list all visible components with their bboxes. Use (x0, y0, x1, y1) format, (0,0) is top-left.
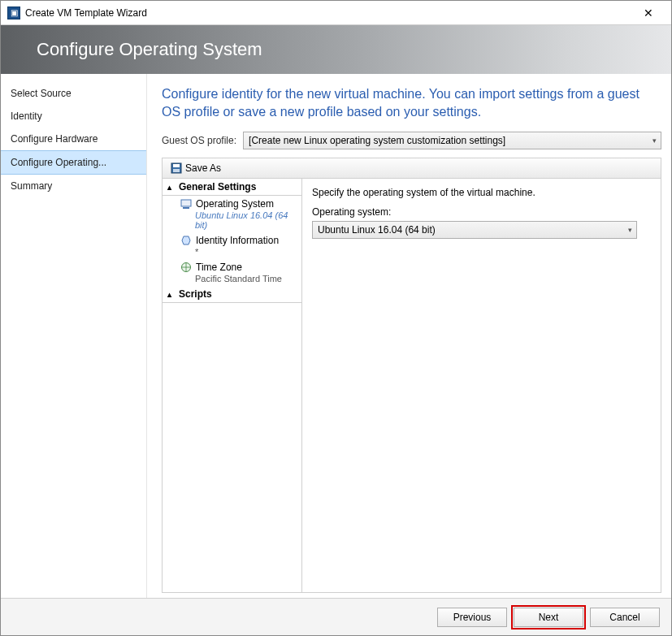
guest-os-profile-value: [Create new Linux operating system custo… (249, 135, 505, 146)
timezone-icon (180, 262, 192, 273)
tree-node-time-zone[interactable]: Time Zone Pacific Standard Time (163, 259, 301, 286)
close-button[interactable]: ✕ (632, 1, 665, 24)
save-as-label: Save As (185, 162, 221, 174)
operating-system-value: Ubuntu Linux 16.04 (64 bit) (318, 224, 436, 236)
svg-rect-3 (181, 200, 191, 206)
step-summary[interactable]: Summary (1, 175, 146, 197)
guest-os-profile-select[interactable]: [Create new Linux operating system custo… (243, 132, 661, 149)
step-select-source[interactable]: Select Source (1, 82, 146, 105)
tree-node-identity-information[interactable]: Identity Information * (163, 232, 301, 259)
previous-button[interactable]: Previous (437, 608, 507, 627)
guest-os-profile-row: Guest OS profile: [Create new Linux oper… (162, 132, 661, 149)
svg-rect-4 (183, 207, 189, 209)
settings-split: ▴ General Settings Operating System Ubun… (162, 179, 661, 593)
wizard-title: Configure Operating System (37, 39, 262, 60)
save-icon (171, 162, 182, 174)
wizard-footer: Previous Next Cancel (1, 598, 671, 635)
group-scripts-label: Scripts (179, 288, 212, 300)
chevron-down-icon: ▾ (652, 136, 657, 145)
wizard-steps: Select Source Identity Configure Hardwar… (1, 74, 147, 598)
cancel-button[interactable]: Cancel (590, 608, 660, 627)
wizard-header: Configure Operating System (1, 25, 671, 74)
content-panel: Configure identity for the new virtual m… (147, 74, 671, 598)
group-general-settings[interactable]: ▴ General Settings (163, 179, 301, 196)
guest-os-profile-label: Guest OS profile: (162, 135, 236, 146)
operating-system-select[interactable]: Ubuntu Linux 16.04 (64 bit) ▾ (312, 221, 637, 239)
operating-system-label: Operating system: (312, 206, 651, 218)
tree-node-timezone-value: Pacific Standard Time (180, 274, 297, 283)
step-identity[interactable]: Identity (1, 105, 146, 128)
svg-rect-1 (173, 164, 180, 167)
titlebar: ▣ Create VM Template Wizard ✕ (1, 1, 671, 25)
tree-node-identity-value: * (180, 247, 297, 257)
app-icon: ▣ (7, 6, 20, 19)
main-area: Select Source Identity Configure Hardwar… (1, 74, 671, 598)
save-as-button[interactable]: Save As (167, 161, 224, 175)
group-general-label: General Settings (179, 181, 256, 193)
detail-title: Specify the operating system of the virt… (312, 187, 651, 198)
toolbar: Save As (162, 158, 661, 179)
detail-panel: Specify the operating system of the virt… (302, 179, 661, 592)
tree-node-operating-system[interactable]: Operating System Ubuntu Linux 16.04 (64 … (163, 196, 301, 232)
settings-tree: ▴ General Settings Operating System Ubun… (163, 179, 302, 592)
tree-node-os-value: Ubuntu Linux 16.04 (64 bit) (180, 210, 297, 230)
chevron-up-icon: ▴ (167, 183, 176, 192)
identity-icon (180, 235, 192, 246)
step-configure-operating[interactable]: Configure Operating... (1, 150, 146, 175)
tree-node-identity-label: Identity Information (196, 235, 279, 246)
svg-rect-2 (173, 169, 180, 172)
instruction-text: Configure identity for the new virtual m… (162, 85, 661, 120)
tree-node-timezone-label: Time Zone (196, 262, 242, 273)
chevron-down-icon: ▾ (628, 226, 632, 234)
tree-node-os-label: Operating System (196, 198, 274, 210)
os-icon (180, 198, 192, 210)
group-scripts[interactable]: ▴ Scripts (163, 286, 301, 303)
step-configure-hardware[interactable]: Configure Hardware (1, 128, 146, 150)
chevron-up-icon: ▴ (167, 290, 176, 299)
next-button[interactable]: Next (514, 608, 583, 627)
window-title: Create VM Template Wizard (25, 7, 632, 19)
